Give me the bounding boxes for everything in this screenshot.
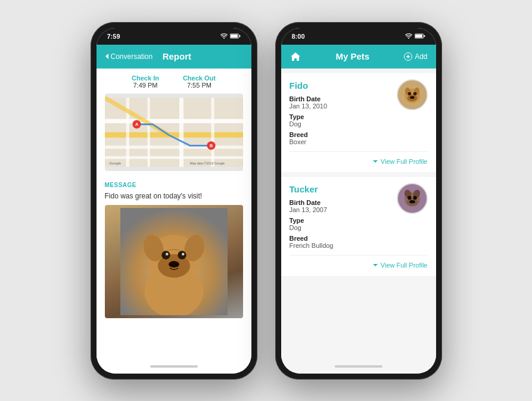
status-icons-right [405, 33, 425, 39]
fido-avatar [397, 79, 428, 110]
back-label: Conversation [111, 52, 153, 61]
svg-rect-2 [239, 35, 240, 37]
right-phone: 8:00 My Pets Add [275, 22, 442, 380]
status-time-right: 8:00 [292, 33, 305, 40]
map-image: A B Google Map data ©2019 Google [105, 94, 243, 171]
checkout-col: Check Out 7:55 PM [183, 74, 216, 89]
fido-breed-value: Boxer [290, 138, 428, 145]
svg-point-28 [182, 253, 185, 256]
home-indicator-right [281, 359, 436, 374]
svg-point-43 [407, 92, 411, 95]
svg-point-54 [409, 201, 412, 203]
status-time-left: 7:59 [107, 33, 120, 40]
svg-rect-6 [105, 145, 243, 148]
tucker-type-label: Type [290, 217, 428, 224]
nav-title-left: Report [163, 51, 191, 61]
fido-type-label: Type [290, 113, 428, 120]
checkout-time: 7:55 PM [183, 82, 216, 89]
fido-name: Fido [290, 80, 392, 91]
home-icon[interactable] [290, 52, 301, 61]
svg-point-55 [412, 201, 415, 203]
svg-text:Google: Google [109, 161, 122, 165]
back-button[interactable]: Conversation [105, 52, 153, 61]
status-icons-left [220, 33, 241, 39]
svg-rect-1 [231, 35, 238, 38]
add-label: Add [415, 52, 427, 61]
checkin-section: Check In 7:49 PM Check Out 7:55 PM [97, 69, 251, 177]
svg-point-51 [407, 195, 411, 199]
fido-view-profile-label: View Full Profile [381, 158, 428, 165]
tucker-name: Tucker [290, 184, 392, 194]
message-section: MESSAGE Fido was great on today's visit! [97, 177, 251, 323]
status-bar-right: 8:00 [281, 28, 436, 45]
nav-bar-left: Conversation Report [97, 45, 251, 69]
message-text: Fido was great on today's visit! [105, 192, 243, 200]
tucker-view-profile-label: View Full Profile [381, 262, 428, 269]
checkout-label: Check Out [183, 74, 216, 82]
svg-rect-34 [424, 35, 425, 37]
svg-rect-9 [147, 98, 150, 167]
add-button[interactable]: Add [404, 52, 427, 61]
tucker-breed-value: French Bulldog [290, 242, 428, 249]
checkin-label: Check In [132, 74, 159, 82]
pets-content: Fido Birth Date Jan 13, 2010 Type Dog Br… [281, 69, 436, 359]
svg-rect-10 [179, 98, 183, 167]
svg-text:Map data ©2019 Google: Map data ©2019 Google [189, 161, 224, 165]
fido-breed-label: Breed [290, 131, 428, 138]
svg-point-45 [410, 96, 414, 99]
svg-text:A: A [135, 122, 138, 127]
tucker-avatar [397, 183, 428, 214]
svg-text:B: B [209, 143, 212, 148]
left-phone: 7:59 Conversation Report Che [91, 22, 257, 380]
dog-photo [105, 205, 243, 318]
svg-point-30 [169, 263, 172, 266]
svg-point-26 [178, 251, 186, 259]
checkin-col: Check In 7:49 PM [132, 74, 159, 89]
fido-card: Fido Birth Date Jan 13, 2010 Type Dog Br… [281, 73, 436, 172]
fido-type-value: Dog [290, 120, 428, 128]
tucker-view-profile-button[interactable]: View Full Profile [290, 255, 428, 269]
nav-bar-right: My Pets Add [281, 45, 436, 69]
svg-point-52 [413, 195, 416, 199]
checkin-time: 7:49 PM [132, 82, 159, 89]
tucker-breed-label: Breed [290, 235, 428, 242]
svg-point-44 [413, 92, 416, 95]
tucker-card: Tucker Birth Date Jan 13, 2007 Type Dog … [281, 177, 436, 276]
svg-rect-33 [415, 35, 422, 38]
svg-point-25 [161, 251, 170, 259]
tucker-type-value: Dog [290, 224, 428, 231]
svg-rect-4 [105, 119, 243, 123]
left-screen-content: Check In 7:49 PM Check Out 7:55 PM [97, 69, 251, 359]
home-indicator-left [97, 359, 251, 374]
svg-rect-11 [211, 98, 214, 167]
status-bar-left: 7:59 [97, 28, 251, 45]
nav-title-right: My Pets [335, 51, 369, 61]
svg-rect-7 [105, 156, 243, 158]
svg-point-31 [175, 263, 178, 266]
svg-point-27 [166, 253, 169, 256]
message-label: MESSAGE [105, 182, 243, 188]
fido-view-profile-button[interactable]: View Full Profile [290, 151, 428, 165]
